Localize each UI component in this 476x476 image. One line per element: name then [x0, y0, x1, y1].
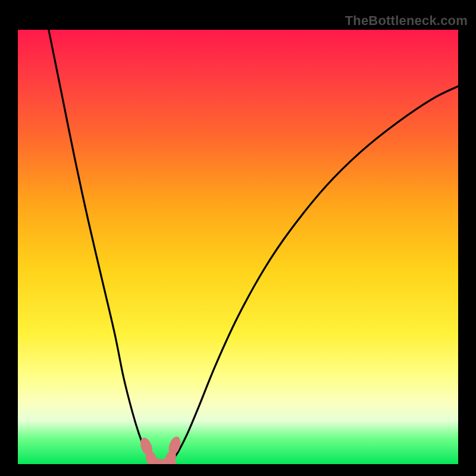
- watermark-text: TheBottleneck.com: [345, 13, 468, 29]
- chart-frame: TheBottleneck.com: [0, 6, 476, 476]
- plot-area: [18, 30, 458, 464]
- markers-group: [138, 435, 183, 464]
- curve-left-branch: [49, 30, 154, 464]
- curve-svg: [18, 30, 458, 464]
- curve-right-branch: [170, 86, 458, 464]
